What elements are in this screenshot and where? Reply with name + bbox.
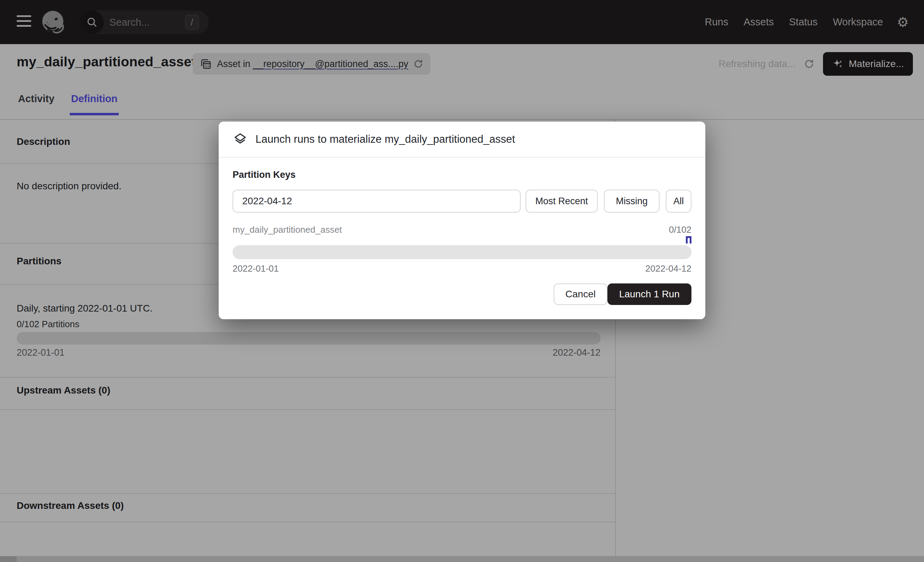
most-recent-button[interactable]: Most Recent (525, 190, 598, 213)
modal-asset-name: my_daily_partitioned_asset (232, 224, 342, 235)
all-button[interactable]: All (666, 190, 692, 213)
partition-keys-label: Partition Keys (232, 170, 296, 180)
asset-layers-icon (232, 132, 248, 147)
missing-button[interactable]: Missing (604, 190, 660, 213)
selected-partition-marker (686, 236, 692, 243)
launch-runs-dialog: Launch runs to materialize my_daily_part… (219, 122, 705, 319)
dialog-header: Launch runs to materialize my_daily_part… (219, 122, 705, 158)
partition-key-input[interactable] (232, 190, 520, 213)
launch-run-button[interactable]: Launch 1 Run (608, 283, 692, 305)
modal-range-start: 2022-01-01 (232, 263, 279, 274)
modal-range-end: 2022-04-12 (645, 263, 692, 274)
partition-selection-bar[interactable] (232, 245, 692, 259)
cancel-button[interactable]: Cancel (554, 283, 608, 305)
dialog-title: Launch runs to materialize my_daily_part… (255, 133, 515, 146)
modal-progress-count: 0/102 (669, 224, 692, 235)
